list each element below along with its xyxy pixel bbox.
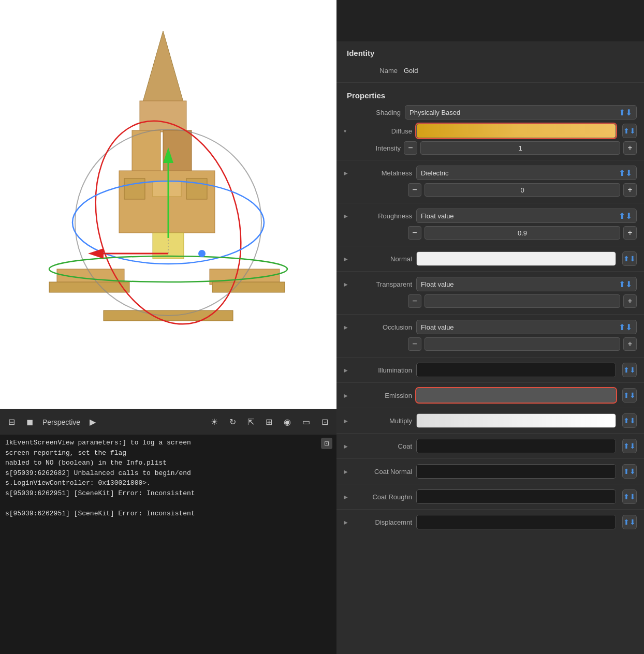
svg-rect-13 — [212, 282, 285, 292]
console-line-3: s[95039:6262682] Unbalanced calls to beg… — [5, 468, 331, 479]
diffuse-row: ▾ Diffuse ⬆⬇ — [336, 122, 644, 140]
coat-normal-expand-icon[interactable]: ▶ — [344, 469, 351, 474]
scene-background — [0, 0, 336, 409]
play-icon[interactable]: ▶ — [87, 415, 98, 429]
roughness-minus-btn[interactable]: − — [408, 226, 421, 240]
occlusion-row: ▶ Occlusion Float value ⬆⬇ — [336, 318, 644, 336]
multiply-label: Multiply — [355, 417, 412, 425]
displacement-row: ▶ Displacemnt ⬆⬇ — [336, 513, 644, 531]
shading-dropdown[interactable]: Physically Based ⬆⬇ — [405, 105, 637, 120]
transparent-value: Float value — [421, 280, 454, 288]
metalness-stepper-row: − 0 + — [336, 182, 644, 200]
name-value[interactable]: Gold — [404, 67, 418, 75]
transform-icon[interactable]: ⇱ — [245, 415, 256, 429]
roughness-value-field[interactable]: 0.9 — [425, 226, 620, 240]
transparent-plus-btn[interactable]: + — [623, 294, 637, 308]
viewport[interactable] — [0, 0, 336, 409]
intensity-value-field[interactable]: 1 — [420, 141, 620, 155]
displacement-stepper[interactable]: ⬆⬇ — [622, 515, 637, 529]
displacement-color-bar[interactable] — [416, 515, 616, 529]
console-output: lkEventScreenView parameters:] to log a … — [5, 438, 331, 448]
multiply-expand-icon[interactable]: ▶ — [344, 418, 351, 424]
coat-normal-row: ▶ Coat Normal ⬆⬇ — [336, 462, 644, 481]
console-line-4: s.LoginViewController: 0x130021800>. — [5, 478, 331, 488]
sun-icon[interactable]: ☀ — [209, 415, 220, 429]
coat-row: ▶ Coat ⬆⬇ — [336, 437, 644, 455]
frame-icon[interactable]: ⊞ — [264, 415, 274, 429]
roughness-row: ▶ Roughness Float value ⬆⬇ — [336, 206, 644, 225]
shading-label: Shading — [344, 109, 401, 116]
metalness-value-field[interactable]: 0 — [425, 183, 620, 197]
console-scroll-button[interactable]: ⊡ — [321, 438, 332, 449]
coat-normal-stepper[interactable]: ⬆⬇ — [622, 464, 637, 479]
metalness-plus-btn[interactable]: + — [623, 183, 637, 197]
perspective-label: Perspective — [42, 418, 80, 426]
roughness-plus-btn[interactable]: + — [623, 226, 637, 240]
layout-icon[interactable]: ⊟ — [6, 415, 17, 429]
divider-8 — [336, 382, 644, 383]
displacement-expand-icon[interactable]: ▶ — [344, 519, 351, 525]
camera-icon[interactable]: ◼ — [24, 415, 35, 429]
divider-2 — [336, 160, 644, 160]
coat-normal-color-bar[interactable] — [416, 464, 616, 479]
console-area[interactable]: ⊡ lkEventScreenView parameters:] to log … — [0, 435, 336, 654]
roughness-expand-icon[interactable]: ▶ — [344, 213, 351, 219]
illumination-color-bar[interactable] — [416, 363, 616, 377]
roughness-dropdown[interactable]: Float value ⬆⬇ — [416, 209, 637, 223]
diffuse-stepper[interactable]: ⬆⬇ — [622, 124, 637, 138]
normal-expand-icon[interactable]: ▶ — [344, 256, 351, 262]
emission-stepper[interactable]: ⬆⬇ — [622, 388, 637, 403]
coat-stepper[interactable]: ⬆⬇ — [622, 439, 637, 453]
loop-icon[interactable]: ↻ — [227, 415, 238, 429]
shading-value: Physically Based — [409, 109, 460, 116]
multiply-color-bar[interactable] — [416, 413, 616, 428]
occlusion-plus-btn[interactable]: + — [623, 337, 637, 351]
transparent-stepper-row: − + — [336, 293, 644, 311]
bottom-spacer — [336, 531, 644, 542]
normal-color-bar[interactable] — [416, 251, 616, 266]
metalness-dropdown[interactable]: Dielectric ⬆⬇ — [416, 166, 637, 180]
coat-expand-icon[interactable]: ▶ — [344, 443, 351, 449]
emission-row: ▶ Emission ⬆⬇ — [336, 386, 644, 405]
diffuse-color-bar[interactable] — [416, 124, 616, 138]
illumination-expand-icon[interactable]: ▶ — [344, 367, 351, 373]
illumination-stepper-icon: ⬆⬇ — [623, 366, 636, 374]
normal-stepper[interactable]: ⬆⬇ — [622, 251, 637, 266]
displacement-label: Displacemnt — [355, 518, 412, 526]
metalness-minus-btn[interactable]: − — [408, 183, 421, 197]
multiply-row: ▶ Multiply ⬆⬇ — [336, 411, 644, 430]
illumination-stepper[interactable]: ⬆⬇ — [622, 363, 637, 377]
intensity-minus-btn[interactable]: − — [404, 141, 417, 155]
occlusion-value-field[interactable] — [425, 337, 620, 351]
coat-stepper-icon: ⬆⬇ — [623, 442, 636, 450]
metalness-expand-icon[interactable]: ▶ — [344, 170, 351, 176]
scroll-icon[interactable]: ⊡ — [319, 415, 330, 429]
coat-roughness-stepper[interactable]: ⬆⬇ — [622, 489, 637, 504]
multiply-stepper[interactable]: ⬆⬇ — [622, 413, 637, 428]
transparent-dropdown[interactable]: Float value ⬆⬇ — [416, 277, 637, 291]
transparent-minus-btn[interactable]: − — [408, 294, 421, 308]
coat-normal-stepper-icon: ⬆⬇ — [623, 467, 636, 475]
identity-header: Identity — [336, 41, 644, 62]
transparent-expand-icon[interactable]: ▶ — [344, 281, 351, 287]
occlusion-minus-btn[interactable]: − — [408, 337, 421, 351]
occlusion-expand-icon[interactable]: ▶ — [344, 324, 351, 330]
coat-color-bar[interactable] — [416, 439, 616, 453]
perspective-button[interactable]: Perspective — [42, 418, 80, 426]
emission-expand-icon[interactable]: ▶ — [344, 393, 351, 398]
intensity-label: Intensity — [344, 144, 401, 152]
roughness-label: Roughness — [355, 212, 412, 220]
occlusion-dropdown[interactable]: Float value ⬆⬇ — [416, 320, 637, 334]
coat-roughness-color-bar[interactable] — [416, 489, 616, 504]
coat-roughness-expand-icon[interactable]: ▶ — [344, 494, 351, 500]
diffuse-expand-icon[interactable]: ▾ — [344, 128, 351, 134]
transparent-value-field[interactable] — [425, 294, 620, 308]
occlusion-stepper-row: − + — [336, 336, 644, 354]
metalness-value: Dielectric — [421, 169, 448, 177]
intensity-plus-btn[interactable]: + — [623, 141, 637, 155]
display-icon[interactable]: ▭ — [300, 415, 312, 429]
name-row: Name Gold — [336, 62, 644, 79]
emission-color-bar[interactable] — [416, 388, 616, 403]
divider-6 — [336, 314, 644, 315]
eye-icon[interactable]: ◉ — [282, 415, 293, 429]
